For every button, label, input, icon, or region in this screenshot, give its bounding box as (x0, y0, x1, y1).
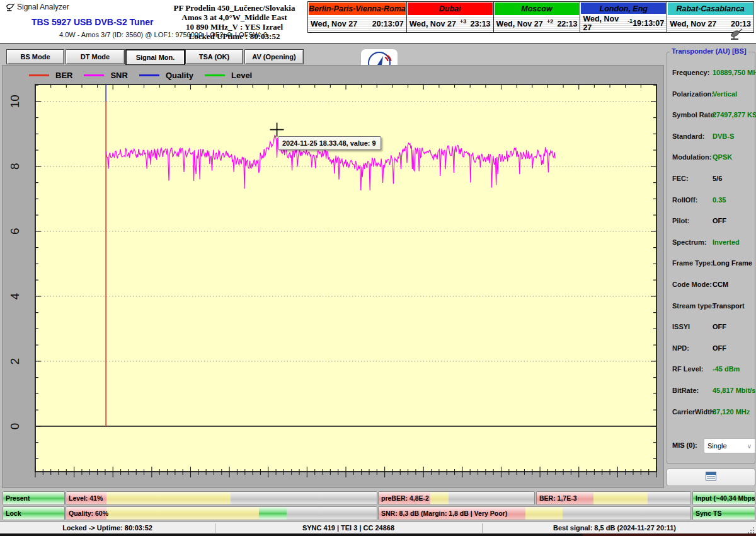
transponder-label-5: FEC: (672, 175, 689, 182)
site-info-line-3: Locked UPtime : 80:03:52 (140, 32, 329, 41)
clock-date: Wed, Nov 27 (311, 20, 357, 28)
transponder-value-12: OFF (713, 323, 726, 330)
transponder-label-12: ISSYI (672, 323, 690, 330)
bar-segment-yellow (593, 492, 647, 504)
clock-time: 20:13:07 (372, 20, 404, 28)
tab-av-opening-[interactable]: AV (Opening) (244, 49, 304, 64)
tab-label: TSA (OK) (199, 53, 229, 61)
status-bar: Locked -> Uptime: 80:03:52SYNC 419 | TEI… (0, 521, 756, 534)
transponder-label-10: Code Mode: (672, 281, 712, 288)
site-info-line-0: PF Prodelin 450_Lučenec/Slovakia (140, 3, 329, 13)
transponder-value-1: Vertical (713, 90, 737, 98)
clock-time-row: Wed, Nov 2720:13:07 (308, 16, 406, 32)
transponder-label-0: Frequency: (672, 69, 709, 76)
tab-dt-mode[interactable]: DT Mode (66, 49, 125, 64)
panel-action-button[interactable] (667, 469, 755, 486)
bar-label: Lock (6, 507, 21, 520)
transponder-value-14: -45 dBm (713, 365, 740, 373)
bar-label: BER: 1,7E-3 (539, 492, 577, 504)
transponder-label-9: Frame Type: (672, 259, 713, 267)
site-info-block: PF Prodelin 450_Lučenec/SlovakiaAmos 3 a… (140, 3, 329, 41)
tab-label: DT Mode (81, 53, 110, 61)
transponder-groupbox: Frequency:10889,750 MHzPolarization:Vert… (667, 52, 755, 464)
bar-label: Present (6, 492, 30, 504)
y-axis-label: 4 (8, 293, 21, 300)
transponder-title: Transponder (AU) [BS] (670, 47, 748, 55)
mis-select[interactable]: Single∨ (704, 438, 755, 453)
world-clocks: Berlin-Paris-Vienna-RomaWed, Nov 2720:13… (307, 1, 754, 33)
transponder-value-11: Transport (713, 302, 745, 310)
transponder-label-11: Stream type: (672, 302, 714, 310)
header-band: Signal Analyzer TBS 5927 USB DVB-S2 Tune… (0, 0, 756, 44)
transponder-value-7: OFF (713, 217, 726, 224)
transponder-value-10: CCM (713, 281, 728, 288)
bar-label: preBER: 4,8E-2 (381, 492, 429, 504)
y-axis-label: 6 (8, 228, 21, 235)
tab-tsa-ok-[interactable]: TSA (OK) (185, 49, 243, 64)
transponder-label-1: Polarization: (672, 90, 714, 98)
bar-segment-yellow (430, 492, 449, 504)
bar-label: Sync TS (696, 507, 721, 520)
bar-syncts: Sync TS (692, 506, 755, 520)
transponder-value-5: 5/6 (713, 175, 722, 182)
statusbar-divider (215, 523, 215, 533)
clock-berlin-paris-vienna-roma: Berlin-Paris-Vienna-RomaWed, Nov 2720:13… (308, 2, 406, 32)
clock-date: Wed, Nov 27 (410, 20, 456, 28)
window-title: Signal Analyzer (17, 3, 69, 11)
statusbar-divider (482, 523, 483, 533)
transponder-value-0: 10889,750 MHz (713, 69, 756, 76)
bar-segment-gray (287, 507, 377, 520)
bar-segment-yellow (106, 507, 259, 520)
mis-selected-value: Single (707, 442, 727, 450)
transponder-value-13: OFF (713, 344, 726, 352)
list-icon (706, 472, 716, 483)
transponder-label-3: Standard: (672, 132, 704, 140)
clock-time: 22:13 (557, 20, 577, 28)
bar-snr: SNR: 8,3 dB (Margin: 1,8 dB | Very Poor) (378, 506, 691, 520)
tab-label: BS Mode (20, 53, 50, 61)
bar-input: Input (~40,34 Mbps) (692, 491, 755, 505)
transponder-value-4: QPSK (713, 153, 732, 161)
signal-chart[interactable]: 0246810 (3, 66, 663, 487)
signal-analyzer-icon (5, 2, 15, 15)
y-axis-label: 0 (8, 423, 21, 430)
transponder-value-15: 45,817 Mbit/s (713, 387, 755, 394)
transponder-label-16: CarrierWidth: (672, 408, 716, 416)
resize-grip[interactable] (747, 525, 755, 533)
site-info-line-1: Amos 3 at 4,0°W_Middle East (140, 13, 329, 22)
transponder-value-2: 27497,877 KS/s (713, 111, 756, 119)
transponder-label-6: RollOff: (672, 196, 697, 204)
transponder-label-7: Pilot: (672, 217, 690, 224)
clock-city-label: Dubai (407, 2, 493, 16)
bar-label: Level: 41% (69, 492, 103, 504)
statusbar-section-1: SYNC 419 | TEI 3 | CC 24868 (215, 522, 482, 534)
clock-date: Wed, Nov 27 (496, 20, 543, 28)
bar-quality: Quality: 60% (66, 506, 377, 520)
transponder-value-3: DVB-S (713, 132, 734, 140)
bar-ber: BER: 1,7E-3 (536, 491, 691, 505)
bottom-edge-strip (0, 533, 583, 536)
tab-bs-mode[interactable]: BS Mode (6, 49, 64, 64)
chevron-down-icon: ∨ (747, 443, 752, 450)
clock-time-row: Wed, Nov 27+222:13 (494, 16, 580, 32)
site-info-line-2: 10 890 MHz_V : YES Izrael (140, 22, 329, 32)
bar-segment-gray (231, 492, 377, 504)
clock-london-eng: London, EngWed, Nov 27-119:13:07 (580, 2, 667, 32)
tab-label: Signal Mon. (136, 54, 175, 61)
statusbar-section-2: Best signal: 8,5 dB (2024-11-27 20:11) (482, 522, 747, 534)
tuner-title: TBS 5927 USB DVB-S2 Tuner (32, 17, 153, 27)
bar-preber: preBER: 4,8E-2 (378, 491, 535, 505)
chart-tooltip: 2024-11-25 18.33.48, value: 9 (278, 136, 381, 150)
tab-signal-mon-[interactable]: Signal Mon. (125, 49, 185, 66)
bar-segment-yellow (525, 507, 563, 520)
clock-time: 23:13 (471, 20, 491, 28)
transponder-value-8: Inverted (713, 238, 740, 246)
clock-time: 19:13:07 (633, 19, 664, 28)
bar-label: SNR: 8,3 dB (Margin: 1,8 dB | Very Poor) (381, 507, 507, 520)
clock-utc-offset: +2 (547, 18, 553, 25)
transponder-value-16: 37,120 MHz (713, 408, 750, 416)
clock-time-row: Wed, Nov 27-119:13:07 (580, 15, 667, 32)
clock-city-label: Moscow (494, 2, 580, 16)
clock-date: Wed, Nov 27 (670, 20, 716, 28)
clock-city-label: Berlin-Paris-Vienna-Roma (308, 2, 406, 16)
